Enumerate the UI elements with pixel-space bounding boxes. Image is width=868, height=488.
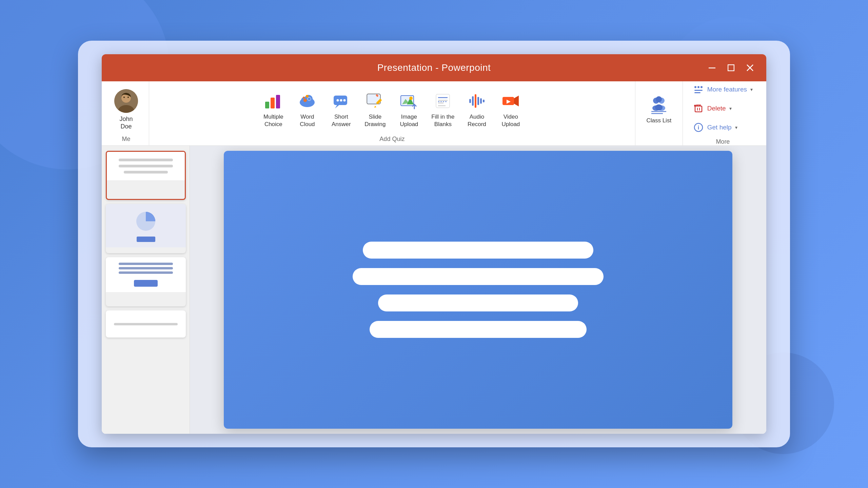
short-answer-icon [332,92,351,110]
svg-rect-42 [472,96,474,106]
image-upload-icon [399,92,418,110]
slide-line-4 [370,321,587,338]
delete-chevron: ▾ [729,106,732,111]
slide-line-2 [353,268,604,285]
audio-record-label: AudioRecord [468,113,486,128]
delete-label: Delete [707,105,726,112]
minimize-button[interactable] [706,62,718,74]
fill-in-blanks-icon [433,92,452,110]
more-section: More features ▾ [683,81,763,145]
word-cloud-label: WordCloud [300,113,315,128]
short-answer-label: ShortAnswer [332,113,351,128]
slide-area [190,146,766,434]
svg-rect-46 [483,100,485,102]
get-help-icon: i [693,122,704,133]
svg-rect-1 [728,65,734,71]
more-section-label: More [690,138,756,145]
laptop-frame: Presentation - Powerpoint [78,41,790,447]
slide-thumb-4[interactable] [106,310,186,338]
class-list-button[interactable]: Class List [642,93,675,127]
svg-point-24 [343,99,346,101]
get-help-button[interactable]: i Get help ▾ [690,119,756,136]
close-button[interactable] [744,62,756,74]
class-list-icon [649,95,668,114]
more-features-chevron: ▾ [750,87,753,92]
get-help-label: Get help [707,124,732,131]
main-content [102,146,766,434]
image-upload-label: ImageUpload [400,113,418,128]
audio-record-icon [467,92,486,110]
fill-in-blanks-button[interactable]: Fill in theBlanks [426,87,460,132]
svg-marker-21 [335,105,339,108]
svg-text:i: i [698,125,699,130]
slides-panel [102,146,190,434]
slide-thumb-3[interactable] [106,257,186,306]
svg-rect-43 [475,94,476,108]
video-upload-icon [501,92,520,110]
multiple-choice-label: MultipleChoice [263,113,283,128]
word-cloud-button[interactable]: WordCloud [290,87,324,132]
slide-thumb-1[interactable] [106,151,186,200]
slide-3-line-3 [119,271,173,274]
slide-4-line [114,323,178,325]
svg-point-17 [308,97,311,101]
maximize-button[interactable] [725,62,737,74]
svg-rect-10 [271,98,275,108]
svg-point-7 [123,97,125,98]
svg-marker-49 [514,96,519,106]
svg-rect-63 [695,106,702,112]
title-bar: Presentation - Powerpoint [102,54,766,81]
get-help-chevron: ▾ [735,125,737,130]
svg-point-22 [337,99,339,101]
window-title: Presentation - Powerpoint [377,62,491,73]
slide-canvas [224,151,732,429]
slide-2-bar [137,237,155,242]
more-features-button[interactable]: More features ▾ [690,81,756,98]
svg-point-52 [656,96,662,102]
delete-icon [693,103,704,114]
video-upload-label: VideoUpload [501,113,520,128]
add-quiz-section: MultipleChoice [149,81,635,145]
svg-rect-9 [265,102,269,108]
svg-rect-44 [477,97,479,105]
add-quiz-label: Add Quiz [379,136,405,143]
slide-1-line-1 [119,159,173,161]
svg-point-69 [694,105,696,107]
user-name: Multiple JohnDoe [119,116,133,130]
me-label: Me [122,136,130,143]
svg-point-18 [303,97,305,99]
more-features-icon [693,84,704,95]
multiple-choice-button[interactable]: MultipleChoice [256,87,290,132]
svg-point-59 [697,86,699,88]
me-section: Multiple JohnDoe Me [105,81,149,145]
slide-drawing-button[interactable]: SlideDrawing [358,87,392,132]
svg-point-19 [306,95,309,98]
svg-marker-28 [374,106,376,108]
slide-2-chart [132,209,159,233]
image-upload-button[interactable]: ImageUpload [392,87,426,132]
slide-1-line-3 [124,171,168,174]
ppt-window: Presentation - Powerpoint [102,54,766,434]
svg-rect-61 [694,90,703,91]
svg-point-16 [303,99,307,102]
slide-3-line-1 [119,263,173,265]
delete-button[interactable]: Delete ▾ [690,100,756,117]
slide-3-line-2 [119,267,173,269]
svg-point-58 [694,86,696,88]
svg-point-55 [655,104,663,110]
svg-point-33 [409,97,413,100]
svg-rect-41 [469,99,471,103]
slide-thumb-2[interactable] [106,204,186,253]
video-upload-button[interactable]: VideoUpload [494,87,528,132]
audio-record-button[interactable]: AudioRecord [460,87,494,132]
window-controls [706,62,756,74]
toolbar: Multiple JohnDoe Me [102,81,766,146]
svg-point-60 [701,86,703,88]
class-list-section: Class List . [635,81,683,145]
slide-line-3 [378,294,578,311]
svg-rect-45 [480,98,482,104]
short-answer-button[interactable]: ShortAnswer [324,87,358,132]
word-cloud-icon [298,92,317,110]
svg-rect-11 [276,95,280,108]
class-list-label: Class List [646,117,671,124]
